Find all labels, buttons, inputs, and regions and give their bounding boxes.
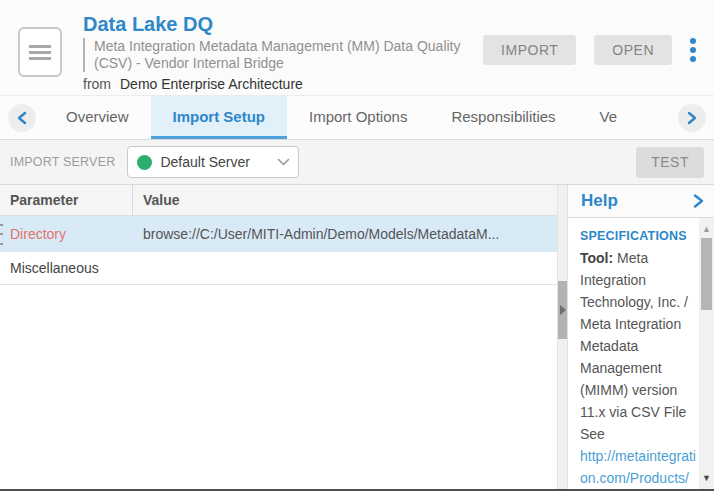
from-label: from: [83, 76, 111, 92]
app-window: Data Lake DQ Meta Integration Metadata M…: [0, 0, 714, 491]
parameter-value[interactable]: browse://C:/User/MITI-Admin/Demo/Models/…: [133, 226, 557, 242]
help-title: Help: [581, 191, 618, 211]
column-header-value[interactable]: Value: [133, 192, 180, 208]
help-panel-splitter[interactable]: [557, 185, 567, 491]
import-server-select[interactable]: Default Server: [127, 146, 299, 178]
title-block: Data Lake DQ Meta Integration Metadata M…: [83, 10, 483, 92]
specifications-heading: SPECIFICATIONS: [580, 225, 698, 247]
scrollbar-thumb[interactable]: [701, 238, 712, 310]
tab-versions-truncated[interactable]: Ve: [578, 96, 640, 139]
main-content: Parameter Value Directory browse://C:/Us…: [0, 185, 714, 491]
table-row-miscellaneous[interactable]: Miscellaneous: [0, 252, 557, 285]
parameter-name: Directory: [0, 226, 133, 242]
open-button[interactable]: OPEN: [594, 35, 672, 65]
help-body-wrap: SPECIFICATIONS Tool: Meta Integration Te…: [568, 218, 714, 491]
see-label: See: [580, 423, 698, 445]
help-panel: Help SPECIFICATIONS Tool: Meta Integrati…: [567, 185, 714, 491]
tab-import-setup[interactable]: Import Setup: [151, 96, 288, 139]
parameter-name: Miscellaneous: [0, 260, 133, 276]
parameters-table: Parameter Value Directory browse://C:/Us…: [0, 185, 557, 491]
source-model-link[interactable]: Demo Enterprise Architecture: [120, 76, 303, 92]
column-header-parameter[interactable]: Parameter: [0, 185, 133, 215]
collapse-right-icon[interactable]: [558, 281, 567, 339]
header: Data Lake DQ Meta Integration Metadata M…: [0, 0, 714, 95]
tabs-scroll-left-icon[interactable]: [8, 104, 36, 132]
help-expand-icon[interactable]: [693, 193, 704, 209]
scroll-down-icon[interactable]: ▼: [702, 471, 711, 485]
tab-bar: Overview Import Setup Import Options Res…: [0, 95, 714, 140]
bridge-subtitle: Meta Integration Metadata Management (MM…: [83, 38, 468, 72]
table-row-directory[interactable]: Directory browse://C:/User/MITI-Admin/De…: [0, 216, 557, 252]
tool-description: Meta Integration Technology, Inc. / Meta…: [580, 250, 688, 420]
tab-responsibilities[interactable]: Responsibilities: [429, 96, 577, 139]
server-select-value: Default Server: [160, 154, 277, 170]
server-online-status-icon: [137, 155, 152, 170]
chevron-down-icon: [277, 158, 290, 166]
tool-label: Tool:: [580, 250, 613, 266]
tabs-scroll-right-icon[interactable]: [678, 104, 706, 132]
mimb-doc-link[interactable]: http://metaintegration.com/Products/MIMB…: [580, 445, 698, 491]
import-server-label: IMPORT SERVER: [10, 155, 115, 169]
import-toolbar: IMPORT SERVER Default Server TEST: [0, 140, 714, 185]
tabs: Overview Import Setup Import Options Res…: [44, 96, 670, 139]
model-document-icon: [18, 27, 62, 77]
tab-import-options[interactable]: Import Options: [287, 96, 429, 139]
help-header: Help: [568, 185, 714, 218]
import-button[interactable]: IMPORT: [483, 35, 576, 65]
help-scrollbar[interactable]: ▲ ▼: [699, 218, 714, 491]
row-drag-handle-icon: [0, 216, 4, 252]
table-header-row: Parameter Value: [0, 185, 557, 216]
header-actions: IMPORT OPEN: [483, 35, 700, 65]
help-content: SPECIFICATIONS Tool: Meta Integration Te…: [568, 218, 699, 491]
tab-overview[interactable]: Overview: [44, 96, 151, 139]
more-menu-icon[interactable]: [686, 36, 700, 64]
from-line: fromDemo Enterprise Architecture: [83, 76, 483, 92]
test-button[interactable]: TEST: [636, 147, 704, 178]
page-title: Data Lake DQ: [83, 12, 483, 36]
scroll-up-icon[interactable]: ▲: [702, 222, 711, 236]
